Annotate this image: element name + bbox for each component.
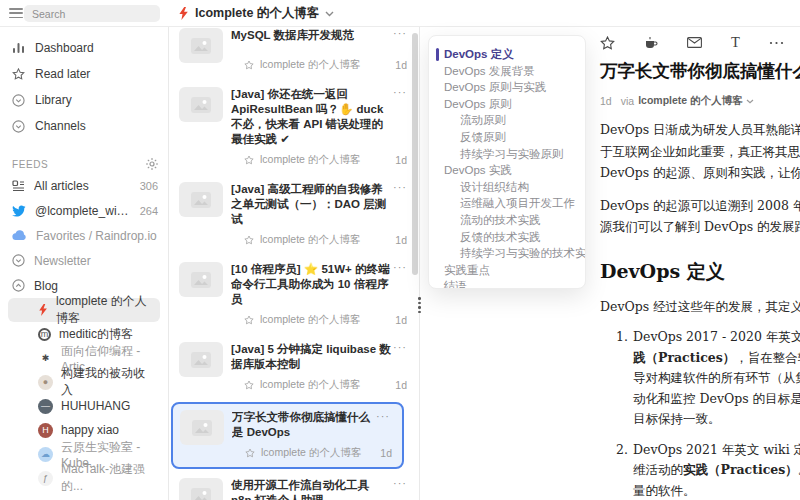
article-line: DevOps 2017 - 2020 年英文 wiki 定义 — [633, 327, 800, 348]
item-more-icon[interactable]: ··· — [393, 478, 407, 488]
search-input[interactable] — [24, 5, 160, 22]
toc-item[interactable]: 流动的技术实践 — [429, 212, 585, 229]
star-icon[interactable] — [245, 448, 255, 458]
article-line: DevOps 2021 年英文 wiki 定义（直译） — [633, 440, 800, 461]
toc-item[interactable]: DevOps 定义 — [429, 46, 585, 63]
list-scrollbar-thumb[interactable] — [412, 33, 418, 275]
sidebar-item-read-later[interactable]: Read later — [0, 61, 168, 87]
list-lines: DevOps 2017 - 2020 年英文 wiki 定义践（Practice… — [633, 327, 800, 430]
article-item-title: [Java] 5 分钟搞定 liquibase 数据库版本控制 — [231, 342, 407, 372]
feed-item-blog-child[interactable]: ●构建我的被动收入 — [8, 370, 160, 394]
star-icon[interactable] — [244, 315, 254, 325]
toc-item[interactable]: 流动原则 — [429, 112, 585, 129]
article-paragraph: DevOps 日渐成为研发人员耳熟能详的一个组于互联网企业如此重要，真正将其思考… — [600, 119, 800, 184]
article-list-item[interactable]: [Java] 高级工程师的自我修养之单元测试（一）：DAO 层测试lcomple… — [169, 175, 419, 255]
feed-item[interactable]: @lcomplete_wild (Twitt...264 — [0, 198, 168, 223]
article-list-pane: MySQL 数据库开发规范lcomplete 的个人博客1d···[Java] … — [169, 27, 419, 500]
star-icon[interactable] — [244, 60, 254, 70]
article-list-item[interactable]: MySQL 数据库开发规范lcomplete 的个人博客1d··· — [169, 27, 419, 80]
article-list-item[interactable]: 万字长文带你彻底搞懂什么是 DevOpslcomplete 的个人博客1d··· — [171, 402, 404, 469]
meditic-avatar: m — [38, 328, 51, 341]
mail-icon[interactable] — [687, 37, 702, 48]
article-list-item[interactable]: [Java] 你还在统一返回 ApiResultBean 吗？✋ duck 不必… — [169, 80, 419, 175]
article-item-meta: lcomplete 的个人博客1d — [232, 440, 392, 460]
item-more-icon[interactable]: ··· — [376, 411, 390, 421]
list-lines: DevOps 2021 年英文 wiki 定义（直译）维活动的实践（Practi… — [633, 440, 800, 500]
article-item-title: [Java] 你还在统一返回 ApiResultBean 吗？✋ duck 不必… — [231, 87, 407, 147]
item-more-icon[interactable]: ··· — [393, 262, 407, 272]
pane-resize-handle[interactable] — [416, 296, 423, 314]
article-item-time: 1d — [380, 447, 392, 459]
toc-item[interactable]: DevOps 原则 — [429, 96, 585, 113]
gear-icon[interactable] — [146, 158, 158, 170]
feed-item[interactable]: Favorites / Raindrop.io — [0, 223, 168, 248]
feed-item-label: Favorites / Raindrop.io — [36, 229, 158, 243]
article-item-title: 万字长文带你彻底搞懂什么是 DevOps — [232, 410, 392, 440]
toc-item[interactable]: DevOps 发展背景 — [429, 63, 585, 80]
sidebar-item-label: Library — [35, 93, 158, 107]
unread-count-badge: 264 — [140, 205, 158, 217]
article-list-item[interactable]: [Java] 5 分钟搞定 liquibase 数据库版本控制lcomplete… — [169, 335, 419, 400]
toc-item[interactable]: 实践重点 — [429, 262, 585, 279]
article-line: 于互联网企业如此重要，真正将其思考透彻的 — [600, 141, 800, 163]
star-icon[interactable] — [244, 380, 254, 390]
toc-item[interactable]: 运维融入项目开发工作 — [429, 195, 585, 212]
article-item-time: 1d — [395, 234, 407, 246]
toc-item[interactable]: 设计组织结构 — [429, 179, 585, 196]
article-heading: DevOps 定义 — [600, 259, 800, 285]
feed-item-blog-child[interactable]: lcomplete 的个人博客 — [8, 298, 160, 322]
coffee-icon[interactable] — [644, 36, 658, 50]
article-item-title: 使用开源工作流自动化工具 n8n 打造个人助理 — [231, 478, 407, 500]
item-more-icon[interactable]: ··· — [393, 342, 407, 352]
article-line: 源我们可以了解到 DevOps 的发展跟敏捷软件 — [600, 216, 800, 238]
feed-item-blog-child[interactable]: ƒMacTalk-池建强的... — [8, 466, 160, 490]
feed-item-label: All articles — [34, 179, 131, 193]
list-marker: 1. — [612, 327, 628, 430]
article-item-source: lcomplete 的个人博客 — [260, 58, 389, 72]
article-line: 动化和监控 DevOps 的目标是缩短开发周 — [633, 389, 800, 410]
item-more-icon[interactable]: ··· — [393, 182, 407, 192]
list-reader-divider[interactable] — [419, 0, 420, 500]
toc-item[interactable]: 结语 — [429, 278, 585, 289]
feed-item[interactable]: All articles306 — [0, 173, 168, 198]
article-item-body: [Java] 5 分钟搞定 liquibase 数据库版本控制lcomplete… — [231, 342, 407, 392]
article-meta: 1d via lcomplete 的个人博客 — [600, 94, 800, 108]
toc-item[interactable]: DevOps 原则与实践 — [429, 79, 585, 96]
toc-item[interactable]: 持续学习与实验的技术实践 — [429, 245, 585, 262]
feed-title-dropdown[interactable]: lcomplete 的个人博客 — [178, 0, 334, 27]
article-thumbnail — [180, 410, 224, 445]
toc-item[interactable]: DevOps 实践 — [429, 162, 585, 179]
article-item-body: [Java] 高级工程师的自我修养之单元测试（一）：DAO 层测试lcomple… — [231, 182, 407, 247]
toc-item[interactable]: 反馈的技术实践 — [429, 229, 585, 246]
circle-chevron-down-icon — [12, 94, 25, 107]
article-line: DevOps 的起源可以追溯到 2008 年，在一次 — [600, 195, 800, 217]
feed-item[interactable]: Newsletter — [0, 248, 168, 273]
all-articles-icon — [12, 180, 25, 192]
article-title: 万字长文带你彻底搞懂什么 — [600, 59, 800, 83]
sidebar-toggle-icon[interactable] — [9, 8, 23, 18]
feed-item-label: 构建我的被动收入 — [61, 365, 150, 399]
reader-toolbar: T — [600, 34, 784, 51]
sidebar-item-channels[interactable]: Channels — [0, 113, 168, 139]
toc-item[interactable]: 持续学习与实验原则 — [429, 146, 585, 163]
star-icon[interactable] — [244, 155, 254, 165]
more-icon[interactable] — [769, 41, 784, 45]
sidebar-item-library[interactable]: Library — [0, 87, 168, 113]
article-source: lcomplete 的个人博客 — [638, 94, 742, 108]
feed-item-label: MacTalk-池建强的... — [61, 461, 150, 495]
article-list-item[interactable]: [10 倍程序员] ⭐ 51W+ 的终端命令行工具助你成为 10 倍程序员lco… — [169, 255, 419, 335]
article-source-dropdown[interactable]: lcomplete 的个人博客 — [638, 94, 753, 108]
list-marker: 2. — [612, 440, 628, 500]
star-icon[interactable] — [244, 235, 254, 245]
article-list-item[interactable]: 使用开源工作流自动化工具 n8n 打造个人助理lcomplete 的个人博客1d… — [169, 471, 419, 500]
article-item-source: lcomplete 的个人博客 — [261, 446, 374, 460]
typography-icon[interactable]: T — [731, 34, 740, 51]
raindrop-cloud-icon — [12, 230, 27, 241]
sidebar-item-dashboard[interactable]: Dashboard — [0, 35, 168, 61]
item-more-icon[interactable]: ··· — [393, 28, 407, 38]
star-icon[interactable] — [600, 36, 615, 50]
toc-item[interactable]: 反馈原则 — [429, 129, 585, 146]
article-list-entry: 2.DevOps 2021 年英文 wiki 定义（直译）维活动的实践（Prac… — [612, 440, 800, 500]
item-more-icon[interactable]: ··· — [393, 87, 407, 97]
circle-chevron-up-icon — [12, 279, 25, 292]
